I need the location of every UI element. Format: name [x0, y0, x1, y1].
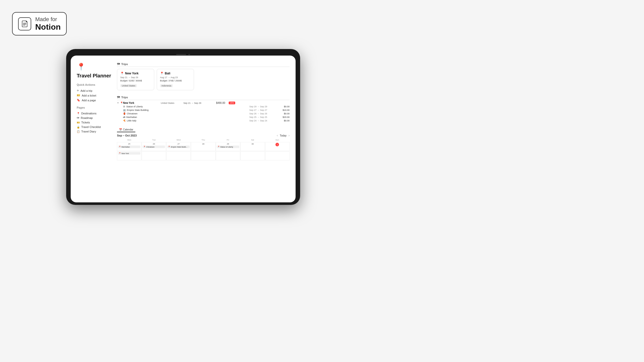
- trip-card-newyork-name: New York: [125, 72, 139, 75]
- cal-day-tue: Tue: [142, 138, 166, 142]
- sub-row-statue-of-liberty[interactable]: 🏛 Statue of Liberty Sep 29 → Sep 29 $0.0…: [117, 105, 290, 108]
- cal-cell-28[interactable]: 28: [191, 142, 215, 151]
- trip-card-bali-tag: Indonesia: [160, 84, 173, 87]
- pages-section: Pages 📍 Destinations 🗺 Roadmap 🎫 Tickets: [77, 106, 113, 134]
- cal-cell-row2-tue[interactable]: [142, 151, 166, 160]
- sub-row-chinatown-cost: $0.00: [279, 112, 290, 115]
- trips-table-icon: 🗺: [117, 96, 120, 99]
- cal-day-sat: Sat: [240, 138, 265, 142]
- trips-table-header: 🗺 Trips: [117, 96, 290, 100]
- travel-diary-label: Travel Diary: [81, 130, 96, 133]
- cal-date-28: 28: [192, 143, 214, 145]
- destinations-label: Destinations: [81, 112, 97, 115]
- sidebar-item-travel-diary[interactable]: 📋 Travel Diary: [77, 129, 113, 134]
- roadmap-label: Roadmap: [81, 116, 93, 119]
- calendar-cells: 25 📍Manhattan 26 📍Chinatown: [117, 142, 290, 160]
- trip-card-bali-icon: 📍: [160, 72, 164, 75]
- quick-action-add-trip[interactable]: ✈ Add a trip: [77, 88, 113, 93]
- cal-cell-30[interactable]: 30: [240, 142, 265, 151]
- tickets-label: Tickets: [81, 121, 90, 124]
- pages-label: Pages: [77, 106, 113, 109]
- calendar-today-btn[interactable]: Today: [280, 134, 287, 137]
- cal-cell-row2-thu[interactable]: [191, 151, 215, 160]
- cal-date-30: 30: [242, 143, 264, 145]
- chinatown-icon: 🏮: [123, 112, 126, 115]
- sidebar-item-tickets[interactable]: 🎫 Tickets: [77, 120, 113, 125]
- notion-word-label: Notion: [35, 23, 61, 31]
- calendar-tab-label: Calendar: [123, 128, 133, 131]
- destinations-icon: 📍: [77, 112, 80, 115]
- add-page-label: Add a page: [82, 99, 96, 102]
- cal-day-sun: Sun: [265, 138, 290, 142]
- cal-event-chinatown-icon: 📍: [143, 146, 146, 148]
- cal-event-newyork: 📍New York: [118, 152, 140, 155]
- add-trip-label: Add a trip: [80, 89, 92, 92]
- travel-checklist-label: Travel Checklist: [81, 125, 101, 128]
- calendar-tabs: 📅 Calendar: [117, 127, 290, 132]
- sidebar-item-destinations[interactable]: 📍 Destinations: [77, 111, 113, 116]
- cal-event-manhattan-icon: 📍: [119, 146, 121, 148]
- expand-chevron-icon: ▼: [117, 102, 119, 104]
- tablet-screen: 📍 Travel Planner Quick Actions ✈ Add a t…: [71, 56, 296, 202]
- cal-date-25: 25: [118, 143, 140, 145]
- cal-event-manhattan: 📍Manhattan: [118, 146, 140, 148]
- cal-cell-26[interactable]: 26 📍Chinatown: [142, 142, 166, 151]
- cal-cell-row2-mon[interactable]: 📍New York: [117, 151, 141, 160]
- cal-event-statue-icon: 📍: [218, 146, 220, 148]
- sub-row-manhattan[interactable]: 🏙 Manhattan Sep 25 → Sep 25 $20.00: [117, 115, 290, 119]
- trips-table-label: Trips: [121, 96, 128, 99]
- sidebar-item-roadmap[interactable]: 🗺 Roadmap: [77, 116, 113, 120]
- cal-event-empire-icon: 📍: [168, 146, 170, 148]
- sub-row-manhattan-name: 🏙 Manhattan: [123, 116, 163, 118]
- quick-actions-label: Quick Actions: [77, 83, 113, 86]
- add-page-icon: 🔖: [77, 99, 80, 102]
- trip-row-newyork-dates: Sep 21 → Sep 29: [183, 102, 216, 104]
- sub-row-little-italy[interactable]: 🍕 Little Italy Sep 24 → Sep 24 $0.00: [117, 119, 290, 122]
- cal-date-26: 26: [143, 143, 165, 145]
- trip-card-bali-budget: Budget: 376$ / 2500$: [160, 79, 191, 82]
- trip-row-newyork-country: United States: [161, 102, 183, 104]
- quick-actions-list: ✈ Add a trip 🎫 Add a ticket 🔖 Add a page: [77, 88, 113, 103]
- cal-cell-row2-wed[interactable]: [166, 151, 191, 160]
- travel-diary-icon: 📋: [77, 130, 80, 133]
- sidebar-item-travel-checklist[interactable]: 🔒 Travel Checklist: [77, 125, 113, 129]
- quick-action-add-page[interactable]: 🔖 Add a page: [77, 98, 113, 103]
- cal-cell-row2-fri[interactable]: [216, 151, 240, 160]
- trip-card-newyork-tag: United States: [120, 84, 137, 87]
- trip-card-newyork-dates: Sep 21 → Sep 29: [120, 76, 151, 79]
- roadmap-icon: 🗺: [77, 117, 79, 119]
- cal-cell-1[interactable]: 1: [265, 142, 290, 151]
- cal-cell-25[interactable]: 25 📍Manhattan: [117, 142, 141, 151]
- calendar-next-btn[interactable]: ›: [289, 134, 290, 137]
- cal-event-statue: 📍Statue of Liberty: [217, 146, 239, 148]
- manhattan-icon: 🏙: [123, 116, 125, 118]
- trip-card-newyork[interactable]: 📍 New York Sep 21 → Sep 29 Budget: 520$ …: [117, 69, 154, 90]
- sub-row-empire-dates: Sep 27 → Sep 27: [249, 109, 279, 111]
- trips-gallery-section: 🗺 Trips 📍 New York Sep 21 → Sep 29 Budge…: [117, 63, 290, 93]
- calendar-prev-btn[interactable]: ‹: [277, 134, 278, 137]
- cal-event-chinatown: 📍Chinatown: [143, 146, 165, 148]
- calendar-nav: ‹ Today ›: [277, 134, 290, 137]
- cal-day-fri: Fri: [216, 138, 240, 142]
- trips-table-section: 🗺 Trips ▼ 📍 New York United States Sep 2…: [117, 96, 290, 122]
- cal-day-thu: Thu: [191, 138, 216, 142]
- sub-row-little-italy-cost: $0.00: [279, 119, 290, 122]
- quick-action-add-ticket[interactable]: 🎫 Add a ticket: [77, 93, 113, 98]
- tablet-sensor: [188, 54, 190, 55]
- sub-row-empire-state[interactable]: 🏢 Empire State Building Sep 27 → Sep 27 …: [117, 108, 290, 112]
- calendar-grid: Mon Tue Wed Thu Fri Sat Sun 25: [117, 138, 290, 160]
- cal-cell-row2-sat[interactable]: [240, 151, 265, 160]
- sub-row-little-italy-dates: Sep 24 → Sep 24: [249, 119, 279, 122]
- sub-row-statue-name: 🏛 Statue of Liberty: [123, 105, 163, 108]
- cal-cell-row2-sun[interactable]: [265, 151, 290, 160]
- newyork-location-icon: 📍: [120, 102, 123, 104]
- sub-row-chinatown[interactable]: 🏮 Chinatown Sep 26 → Sep 26 $0.00: [117, 112, 290, 115]
- tablet-camera-pill: [176, 54, 186, 55]
- trips-gallery: 📍 New York Sep 21 → Sep 29 Budget: 520$ …: [117, 69, 290, 90]
- trip-card-bali[interactable]: 📍 Bali Aug 17 → Aug 23 Budget: 376$ / 25…: [157, 69, 194, 90]
- cal-cell-27[interactable]: 27 📍Empire State Buildi...: [166, 142, 191, 151]
- calendar-tab[interactable]: 📅 Calendar: [117, 127, 135, 132]
- trip-row-newyork[interactable]: ▼ 📍 New York United States Sep 21 → Sep …: [117, 101, 290, 105]
- page-title: Travel Planner: [77, 73, 113, 79]
- cal-cell-29[interactable]: 29 📍Statue of Liberty: [216, 142, 240, 151]
